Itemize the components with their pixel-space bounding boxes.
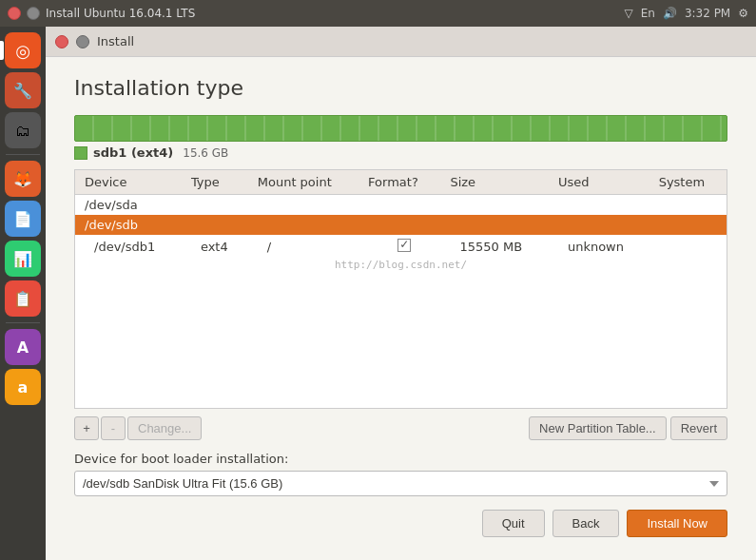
cell-size: 15550 MB <box>440 235 549 259</box>
col-device: Device <box>75 170 182 195</box>
install-now-button[interactable]: Install Now <box>627 510 727 537</box>
titlebar: Install Ubuntu 16.04.1 LTS ▽ En 🔊 3:32 P… <box>0 0 756 27</box>
revert-button[interactable]: Revert <box>670 416 727 440</box>
window-bar: Install <box>46 27 756 57</box>
gear-icon: ⚙ <box>738 7 748 20</box>
disk-progress-container: sdb1 (ext4) 15.6 GB <box>74 115 727 160</box>
disk-label: sdb1 (ext4) 15.6 GB <box>74 145 727 160</box>
cell-mount: / <box>248 235 359 259</box>
cell-system <box>649 235 727 259</box>
volume-icon: 🔊 <box>663 7 677 20</box>
new-partition-table-button[interactable]: New Partition Table... <box>529 416 667 440</box>
window-title: Install <box>97 34 134 48</box>
sidebar-divider <box>6 154 40 155</box>
signal-icon: ▽ <box>624 7 632 20</box>
device-sda: /dev/sda <box>75 195 727 216</box>
content-area: Install Installation type sdb1 (ext4) 15… <box>46 27 756 560</box>
sidebar: ◎ 🔧 🗂 🦊 📄 📊 📋 A a <box>0 27 46 560</box>
titlebar-right: ▽ En 🔊 3:32 PM ⚙ <box>624 7 748 20</box>
boot-loader-section: Device for boot loader installation: /de… <box>74 452 727 496</box>
sidebar-docs-icon[interactable]: 📄 <box>5 201 41 237</box>
col-format: Format? <box>359 170 440 195</box>
table-row[interactable]: /dev/sdb1 ext4 / 15550 MB unknown <box>75 235 727 259</box>
boot-loader-label: Device for boot loader installation: <box>74 452 727 466</box>
add-partition-button[interactable]: + <box>74 416 99 440</box>
titlebar-left: Install Ubuntu 16.04.1 LTS <box>8 7 195 20</box>
minimize-button[interactable] <box>27 7 40 20</box>
sidebar-fonts-icon[interactable]: A <box>5 329 41 365</box>
titlebar-title: Install Ubuntu 16.04.1 LTS <box>46 7 195 20</box>
disk-bar <box>74 115 727 142</box>
table-controls-left: + - Change... <box>74 416 202 440</box>
sidebar-firefox-icon[interactable]: 🦊 <box>5 161 41 197</box>
ubuntu-logo: ◎ <box>15 41 30 61</box>
remove-partition-button[interactable]: - <box>101 416 126 440</box>
partition-table-wrapper[interactable]: Device Type Mount point Format? Size Use… <box>74 169 727 409</box>
page-title: Installation type <box>74 76 727 100</box>
sidebar-amazon-icon[interactable]: a <box>5 369 41 405</box>
col-mount: Mount point <box>248 170 359 195</box>
watermark: http://blog.csdn.net/ <box>75 259 727 271</box>
action-buttons: Quit Back Install Now <box>74 510 727 541</box>
device-sdb: /dev/sdb <box>75 215 727 235</box>
boot-loader-select[interactable]: /dev/sdb SanDisk Ultra Fit (15.6 GB) <box>74 471 727 496</box>
col-type: Type <box>182 170 248 195</box>
cell-type: ext4 <box>182 235 248 259</box>
quit-button[interactable]: Quit <box>482 510 545 537</box>
sidebar-ubuntu-icon[interactable]: ◎ <box>5 32 41 68</box>
cell-format <box>359 235 440 259</box>
sidebar-presentation-icon[interactable]: 📋 <box>5 280 41 317</box>
sidebar-app1-icon[interactable]: 🔧 <box>5 72 41 108</box>
table-controls: + - Change... New Partition Table... Rev… <box>74 416 727 440</box>
window-close-btn[interactable] <box>55 35 68 48</box>
close-button[interactable] <box>8 7 21 20</box>
clock: 3:32 PM <box>685 7 730 20</box>
cell-device: /dev/sdb1 <box>75 235 182 259</box>
col-used: Used <box>549 170 649 195</box>
table-header-row: Device Type Mount point Format? Size Use… <box>75 170 727 195</box>
partition-table: Device Type Mount point Format? Size Use… <box>75 170 727 259</box>
disk-name: sdb1 (ext4) <box>93 145 173 160</box>
table-row[interactable]: /dev/sda <box>75 195 727 216</box>
table-controls-right: New Partition Table... Revert <box>529 416 727 440</box>
lang-indicator: En <box>641 7 655 20</box>
window-min-btn[interactable] <box>76 35 89 48</box>
install-content: Installation type sdb1 (ext4) 15.6 GB De… <box>46 57 756 560</box>
disk-color-indicator <box>74 146 87 160</box>
main-layout: ◎ 🔧 🗂 🦊 📄 📊 📋 A a <box>0 27 756 560</box>
col-size: Size <box>440 170 549 195</box>
cell-used: unknown <box>549 235 649 259</box>
back-button[interactable]: Back <box>552 510 620 537</box>
sidebar-files-icon[interactable]: 🗂 <box>5 112 41 148</box>
format-checkbox <box>397 239 411 252</box>
sidebar-divider2 <box>6 322 40 323</box>
col-system: System <box>649 170 727 195</box>
sidebar-spreadsheet-icon[interactable]: 📊 <box>5 241 41 277</box>
change-partition-button[interactable]: Change... <box>127 416 202 440</box>
table-row[interactable]: /dev/sdb <box>75 215 727 235</box>
disk-size: 15.6 GB <box>183 146 228 160</box>
